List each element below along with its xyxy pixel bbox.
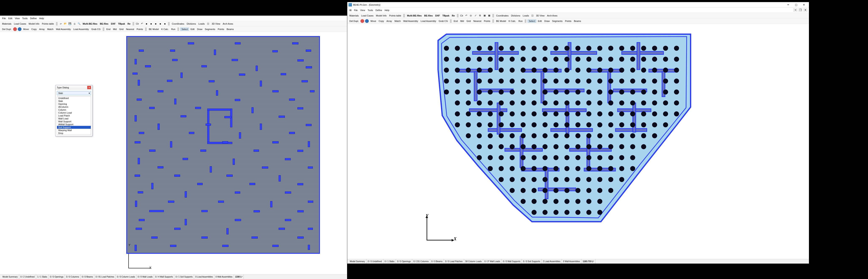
mdi-minimize-icon[interactable]: ━ (794, 8, 797, 12)
cmd-k-calc-[interactable]: K Calc. (160, 28, 169, 30)
cmd-end[interactable]: End (105, 28, 112, 30)
tool-divisions[interactable]: Divisions (510, 14, 521, 17)
open-icon[interactable]: 📂 (63, 22, 67, 26)
cube-3d-icon[interactable]: ◫ (530, 14, 534, 18)
cmd-array[interactable]: Array (38, 28, 45, 30)
tool-multi-be-files[interactable]: Multi-BE-files (82, 23, 98, 25)
cmd-points[interactable]: Points (136, 28, 144, 30)
drawing-canvas[interactable]: X Y (347, 24, 809, 259)
cmd-grid[interactable]: Grid (466, 20, 472, 22)
type-option[interactable]: Column (57, 108, 91, 111)
cmd-points[interactable]: Points (483, 20, 491, 22)
tool-points-table[interactable]: Points table (41, 23, 55, 25)
toolbar-glyph-5[interactable]: ▦ (483, 14, 487, 18)
cmd-nearest[interactable]: Nearest (125, 28, 135, 30)
cmd-del-dupl-[interactable]: Del Dupl. (1, 28, 12, 30)
stop-icon[interactable] (13, 27, 17, 31)
tool-points-table[interactable]: Points table (389, 14, 402, 17)
type-option[interactable]: Wall Support (57, 120, 91, 123)
type-option[interactable]: Column Load (57, 111, 91, 114)
tool-3d-view[interactable]: 3D View (211, 23, 221, 25)
menu-view[interactable]: View (360, 9, 366, 11)
tool-loads[interactable]: Loads (522, 14, 530, 17)
maximize-icon[interactable]: ▢ (792, 3, 800, 7)
tool-multi-be-files[interactable]: Multi-BE-files (406, 14, 423, 17)
cmd-move[interactable]: Move (370, 20, 377, 22)
toolbar-glyph-5[interactable]: ■ (158, 22, 162, 26)
tool-dxf[interactable]: DXF (110, 23, 116, 25)
type-option[interactable]: Soil Support (57, 126, 91, 129)
cube-3d-icon[interactable]: ◫ (206, 22, 210, 26)
cmd-points[interactable]: Points (564, 20, 572, 22)
cmd-nearest[interactable]: Nearest (472, 20, 482, 22)
cmd-k-calc-[interactable]: K Calc. (508, 20, 517, 22)
type-option[interactable]: Drop (57, 132, 91, 135)
toolbar-glyph-6[interactable]: ■ (163, 22, 167, 26)
tool-coordinates[interactable]: Coordinates (495, 14, 509, 17)
cmd-match[interactable]: Match (394, 20, 402, 22)
toolbar-glyph-1[interactable]: ↶ (464, 14, 468, 18)
save-icon[interactable]: 💾 (68, 22, 72, 26)
cmd-grab-cg[interactable]: Grab CG (438, 20, 449, 22)
cmd-edit[interactable]: Edit (537, 20, 542, 22)
title-bar[interactable]: BE4E-PLGen - [Geometry] ━ ▢ ✕ (347, 2, 809, 7)
cmd-wall-assembly[interactable]: Wall Assembly (402, 20, 419, 22)
tool-load-cases[interactable]: Load Cases (361, 14, 374, 17)
dialog-title-bar[interactable]: Type Dialog ✕ (56, 85, 92, 90)
tool-tbpak[interactable]: TBpak (441, 14, 450, 17)
toolbar-glyph-0[interactable]: Clr (460, 14, 464, 18)
toolbar-glyph-4[interactable]: ■ (154, 22, 158, 26)
menu-define[interactable]: Define (29, 17, 37, 20)
menu-tools[interactable]: Tools (21, 17, 28, 20)
cmd-end[interactable]: End (453, 20, 459, 22)
toolbar-glyph-3[interactable]: ■ (149, 22, 153, 26)
menu-tools[interactable]: Tools (367, 9, 374, 11)
cmd-wall-assembly[interactable]: Wall Assembly (55, 28, 71, 30)
menu-file[interactable]: File (353, 9, 359, 11)
cmd-grid[interactable]: Grid (118, 28, 124, 30)
cmd-run[interactable]: Run (170, 28, 176, 30)
menu-help[interactable]: Help (38, 17, 45, 20)
magnify-icon[interactable]: 🔍 (77, 22, 81, 26)
type-option[interactable]: Slab (57, 100, 91, 103)
cmd-segments[interactable]: Segments (551, 20, 563, 22)
type-option[interactable]: Opening (57, 103, 91, 105)
cmd-be-model[interactable]: BE Model (495, 20, 507, 22)
cmd-move[interactable]: Move (22, 28, 30, 30)
mdi-restore-icon[interactable]: ❐ (799, 8, 802, 12)
new-icon[interactable]: ▱ (59, 22, 63, 26)
cmd-load-assembly[interactable]: Load Assembly (72, 28, 90, 30)
tool-materials[interactable]: Materials (348, 14, 360, 17)
type-option[interactable]: Warping Wall (57, 129, 91, 132)
cmd-select[interactable]: Select (528, 20, 536, 23)
cmd-beams[interactable]: Beams (573, 20, 582, 22)
toolbar-glyph-0[interactable]: Clr (135, 22, 139, 26)
tool-materials[interactable]: Materials (1, 23, 12, 25)
cmd-array[interactable]: Array (386, 20, 393, 22)
info-icon[interactable] (365, 19, 369, 23)
menu-define[interactable]: Define (375, 9, 383, 11)
tool-loads[interactable]: Loads (197, 23, 205, 25)
cmd-load-assembly[interactable]: Load Assembly (420, 20, 437, 22)
cmd-match[interactable]: Match (46, 28, 54, 30)
print-icon[interactable]: ⎙ (73, 22, 76, 26)
tool-arch-axes[interactable]: Arch Axes (222, 23, 234, 25)
type-option-list[interactable]: UndefinedSlabOpeningIAColumnColumnColumn… (57, 97, 91, 135)
tool-be-files[interactable]: BE-files (423, 14, 433, 17)
toolbar-glyph-4[interactable]: ⧉ (478, 14, 482, 18)
type-dialog[interactable]: Type Dialog ✕ Slab UndefinedSlabOpeningI… (55, 85, 92, 136)
toolbar-glyph-1[interactable]: ↶ (140, 22, 144, 26)
mdi-close-icon[interactable]: ✕ (804, 8, 807, 12)
tool-coordinates[interactable]: Coordinates (171, 23, 185, 25)
toolbar-glyph-3[interactable]: ⤢ (473, 14, 477, 18)
cmd-mid[interactable]: Mid (112, 28, 118, 30)
tool-load-cases[interactable]: Load Cases (13, 23, 27, 25)
menu-edit[interactable]: Edit (7, 17, 13, 20)
cmd-copy[interactable]: Copy (378, 20, 385, 22)
cmd-select[interactable]: Select (180, 28, 189, 31)
tool-model-info[interactable]: Model Info (28, 23, 40, 25)
close-icon[interactable]: ✕ (800, 3, 808, 7)
close-icon[interactable]: ✕ (87, 86, 91, 89)
toolbar-glyph-2[interactable]: ◎ (469, 14, 473, 18)
cmd-mid[interactable]: Mid (459, 20, 465, 22)
